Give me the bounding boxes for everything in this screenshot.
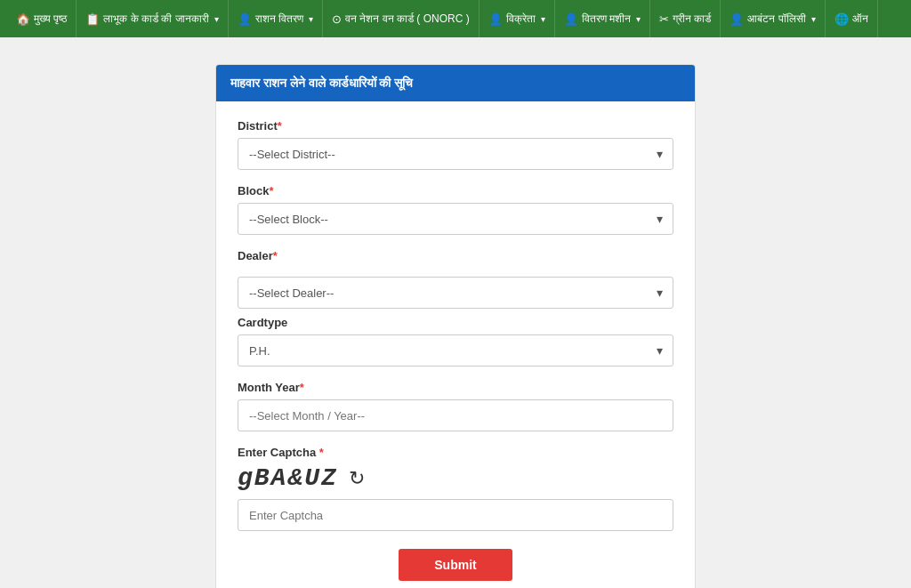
green-card-icon: ✂ xyxy=(659,12,669,26)
captcha-text: gBA&UZ xyxy=(238,464,338,492)
form-title: माहवार राशन लेने वाले कार्डधारियों की सू… xyxy=(230,76,413,90)
dealer-select-wrapper: --Select Dealer-- xyxy=(238,277,673,309)
nav-home[interactable]: 🏠 मुख्य पृष्ठ xyxy=(7,0,77,37)
nav-card-info[interactable]: 📋 लाभूक के कार्ड की जानकारी ▾ xyxy=(77,0,228,37)
nav-machine-label: वितरण मशीन xyxy=(582,12,631,25)
submit-wrapper: Submit xyxy=(238,549,673,581)
chevron-down-icon-3: ▾ xyxy=(541,14,545,24)
dealer-required: * xyxy=(273,249,278,262)
block-required: * xyxy=(269,184,273,197)
monthyear-required: * xyxy=(300,381,304,394)
nav-card-label: लाभूक के कार्ड की जानकारी xyxy=(103,12,208,25)
nav-machine[interactable]: 👤 वितरण मशीन ▾ xyxy=(555,0,650,37)
nav-ration-label: राशन वितरण xyxy=(255,12,303,25)
nav-online[interactable]: 🌐 ऑन xyxy=(826,0,878,37)
vendor-icon: 👤 xyxy=(488,12,503,26)
main-content: माहवार राशन लेने वाले कार्डधारियों की सू… xyxy=(0,37,911,588)
form-header: माहवार राशन लेने वाले कार्डधारियों की सू… xyxy=(216,65,695,101)
nav-green-label: ग्रीन कार्ड xyxy=(673,12,711,25)
nav-vendor-label: विक्रेता xyxy=(506,12,536,25)
district-label: District* xyxy=(238,119,673,133)
monthyear-input[interactable] xyxy=(238,399,673,431)
captcha-display: gBA&UZ ↻ xyxy=(238,464,673,492)
chevron-down-icon-2: ▾ xyxy=(309,14,313,24)
submit-button[interactable]: Submit xyxy=(399,549,512,581)
chevron-down-icon-5: ▾ xyxy=(811,14,816,24)
machine-icon: 👤 xyxy=(564,12,578,26)
block-select[interactable]: --Select Block-- xyxy=(238,203,673,235)
monthyear-label: Month Year* xyxy=(238,381,673,394)
captcha-input[interactable] xyxy=(238,499,673,531)
form-body: District* --Select District-- Block* --S… xyxy=(216,101,695,588)
captcha-section: Enter Captcha * gBA&UZ ↻ xyxy=(238,446,673,531)
chevron-down-icon: ▾ xyxy=(214,14,219,24)
captcha-label: Enter Captcha * xyxy=(238,446,673,459)
navbar: 🏠 मुख्य पृष्ठ 📋 लाभूक के कार्ड की जानकार… xyxy=(0,0,911,37)
monthyear-group: Month Year* xyxy=(238,381,673,431)
nav-onorc[interactable]: ⊙ वन नेशन वन कार्ड ( ONORC ) xyxy=(323,0,480,37)
block-select-wrapper: --Select Block-- xyxy=(238,203,673,235)
cardtype-select[interactable]: P.H. xyxy=(238,334,673,366)
nav-vendor[interactable]: 👤 विक्रेता ▾ xyxy=(480,0,555,37)
cardtype-label: Cardtype xyxy=(238,316,673,329)
nav-policy-label: आबंटन पॉलिसी xyxy=(747,12,805,25)
chevron-down-icon-4: ▾ xyxy=(636,14,641,24)
district-select-wrapper: --Select District-- xyxy=(238,138,673,170)
home-icon: 🏠 xyxy=(16,12,30,26)
nav-green-card[interactable]: ✂ ग्रीन कार्ड xyxy=(650,0,721,37)
district-required: * xyxy=(278,119,282,133)
dealer-group: Dealer* --Select Dealer-- xyxy=(238,249,673,309)
nav-onorc-label: वन नेशन वन कार्ड ( ONORC ) xyxy=(345,12,470,25)
cardtype-group: Cardtype P.H. xyxy=(238,316,673,366)
district-select[interactable]: --Select District-- xyxy=(238,138,673,170)
policy-icon: 👤 xyxy=(730,12,744,26)
district-group: District* --Select District-- xyxy=(238,119,673,170)
online-icon: 🌐 xyxy=(834,12,849,26)
dealer-select[interactable]: --Select Dealer-- xyxy=(238,277,673,309)
ration-icon: 👤 xyxy=(238,12,252,26)
form-card: माहवार राशन लेने वाले कार्डधारियों की सू… xyxy=(215,64,696,588)
block-label: Block* xyxy=(238,184,673,197)
nav-home-label: मुख्य पृष्ठ xyxy=(34,12,67,25)
nav-online-label: ऑन xyxy=(852,12,868,25)
nav-policy[interactable]: 👤 आबंटन पॉलिसी ▾ xyxy=(721,0,825,37)
card-icon: 📋 xyxy=(85,12,100,26)
captcha-refresh-icon[interactable]: ↻ xyxy=(349,467,365,490)
nav-ration-dist[interactable]: 👤 राशन वितरण ▾ xyxy=(229,0,323,37)
block-group: Block* --Select Block-- xyxy=(238,184,673,235)
onorc-icon: ⊙ xyxy=(332,12,342,26)
cardtype-select-wrapper: P.H. xyxy=(238,334,673,366)
captcha-required: * xyxy=(316,446,324,459)
dealer-label: Dealer* xyxy=(238,249,673,262)
